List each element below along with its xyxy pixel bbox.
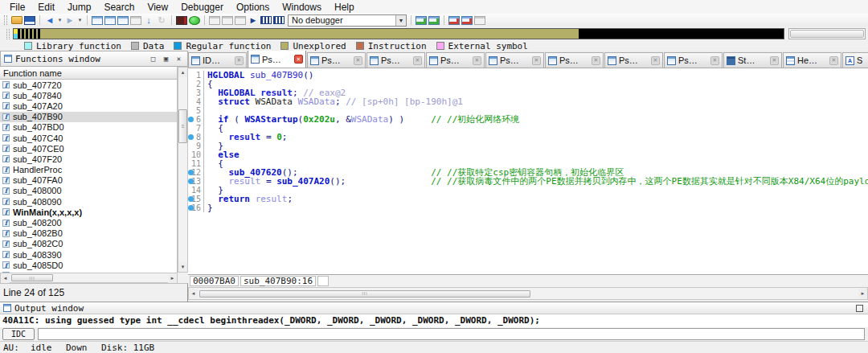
stop-process-icon[interactable] — [273, 16, 285, 24]
navband-track[interactable] — [13, 28, 784, 39]
pseudocode-hscroll-thumb[interactable]: III — [199, 290, 530, 298]
function-row[interactable]: fWinMain(x,x,x,x) — [0, 207, 177, 217]
run-until-return-icon[interactable] — [428, 16, 440, 25]
ida-view-icon[interactable] — [176, 16, 187, 25]
menu-item-file[interactable]: File — [3, 1, 31, 14]
function-row[interactable]: fsub_408200 — [0, 217, 177, 228]
function-row[interactable]: fsub_407BD0 — [0, 122, 177, 133]
analysis-status-icon[interactable] — [189, 16, 200, 25]
scroll-right-icon[interactable]: ► — [168, 273, 177, 283]
functions-hscroll-thumb[interactable]: III — [11, 274, 53, 281]
close-icon[interactable]: ✕ — [174, 54, 184, 64]
menu-item-view[interactable]: View — [141, 1, 174, 14]
debugger-window-icon[interactable] — [209, 16, 220, 25]
tab-close-icon[interactable]: ✕ — [592, 56, 600, 65]
tab-close-icon[interactable]: ✕ — [651, 56, 660, 65]
navband-drag-handle[interactable] — [6, 29, 10, 39]
float-window-icon[interactable]: ▣ — [161, 54, 171, 64]
tab-he[interactable]: He…✕ — [783, 52, 841, 68]
jump-function-icon[interactable] — [104, 16, 116, 25]
function-row[interactable]: fHandlerProc — [0, 165, 177, 175]
tab-close-icon[interactable]: ✕ — [710, 56, 719, 65]
function-row[interactable]: fsub_407B90 — [0, 112, 177, 122]
save-database-icon[interactable] — [24, 16, 35, 25]
function-row[interactable]: fsub_407A20 — [0, 101, 177, 111]
cli-input[interactable] — [38, 328, 865, 340]
tab-close-icon[interactable]: ✕ — [770, 56, 779, 65]
navigation-band[interactable] — [0, 27, 868, 41]
function-row[interactable]: fsub_407720 — [0, 80, 177, 90]
jump-address-icon[interactable]: ↓ — [143, 14, 154, 26]
navigate-forward-icon[interactable]: ► — [64, 14, 76, 26]
edit-breakpoint-icon[interactable] — [474, 16, 485, 25]
function-row[interactable]: fsub_407FA0 — [0, 175, 177, 186]
tab-id[interactable]: ID…✕ — [188, 52, 247, 68]
menu-item-edit[interactable]: Edit — [31, 1, 61, 14]
tab-close-icon[interactable]: ✕ — [532, 56, 541, 65]
tab-ps[interactable]: Ps…✕ — [485, 52, 544, 68]
tab-ps[interactable]: Ps…✕ — [366, 52, 425, 68]
menu-item-windows[interactable]: Windows — [276, 1, 328, 14]
menu-item-help[interactable]: Help — [328, 1, 361, 14]
scroll-right-icon[interactable]: ► — [858, 289, 867, 298]
functions-horizontal-scrollbar[interactable]: ◄ III ► — [0, 273, 178, 283]
scroll-up-icon[interactable]: ▲ — [178, 68, 187, 77]
menu-item-options[interactable]: Options — [230, 1, 276, 14]
refresh-icon[interactable]: ↻ — [156, 14, 167, 26]
jump-by-name-icon[interactable] — [92, 16, 103, 25]
jump-problem-icon[interactable] — [130, 16, 141, 25]
tab-close-icon[interactable]: ✕ — [354, 56, 362, 65]
step-over-icon[interactable] — [416, 16, 427, 25]
tab-st[interactable]: St…✕ — [723, 52, 782, 68]
scroll-down-icon[interactable]: ▼ — [178, 262, 187, 272]
breakpoint-list-icon[interactable] — [448, 16, 460, 25]
forward-history-icon[interactable]: ▼ — [77, 14, 83, 26]
function-row[interactable]: fsub_408000 — [0, 186, 177, 196]
function-row[interactable]: fsub_4085D0 — [0, 260, 177, 270]
function-row[interactable]: fsub_407F20 — [0, 154, 177, 164]
attach-process-icon[interactable] — [222, 16, 233, 25]
add-breakpoint-icon[interactable] — [461, 16, 473, 25]
functions-vertical-scrollbar[interactable]: ▲ ≡ ▼ — [178, 67, 188, 273]
tab-ps[interactable]: Ps…✕ — [248, 51, 306, 68]
idc-language-button[interactable]: IDC — [2, 328, 35, 340]
tab-ps[interactable]: Ps…✕ — [426, 52, 485, 68]
navband-scrollbar[interactable] — [788, 28, 866, 39]
maximize-icon[interactable]: □ — [148, 54, 158, 64]
function-row[interactable]: fsub_407CE0 — [0, 143, 177, 154]
tab-close-icon[interactable]: ✕ — [413, 56, 422, 65]
tab-close-icon[interactable]: ✕ — [294, 55, 303, 64]
pseudocode-view[interactable]: 1HGLOBAL sub_407B90()2{3 HGLOBAL result;… — [188, 68, 868, 274]
toolbar-drag-handle[interactable] — [4, 15, 7, 25]
start-process-icon[interactable]: ► — [248, 14, 259, 26]
functions-scroll-thumb[interactable]: ≡ — [178, 109, 187, 143]
menu-item-debugger[interactable]: Debugger — [174, 1, 230, 14]
pseudocode-horizontal-scrollbar[interactable]: ◄ III ► — [188, 287, 868, 300]
functions-window-titlebar[interactable]: Functions window □ ▣ ✕ — [0, 51, 188, 67]
navigate-back-icon[interactable]: ◄ — [44, 14, 55, 26]
tab-ps[interactable]: Ps…✕ — [307, 52, 366, 68]
chevron-down-icon[interactable]: ▼ — [395, 15, 406, 26]
menu-item-search[interactable]: Search — [97, 1, 141, 14]
function-row[interactable]: fsub_4082B0 — [0, 228, 177, 239]
tab-s[interactable]: AS✕ — [842, 52, 868, 68]
back-history-icon[interactable]: ▼ — [57, 14, 63, 26]
scroll-left-icon[interactable]: ◄ — [189, 289, 198, 298]
function-row[interactable]: fsub_408090 — [0, 196, 177, 207]
scroll-left-icon[interactable]: ◄ — [1, 273, 10, 283]
tab-ps[interactable]: Ps…✕ — [664, 52, 723, 68]
open-file-icon[interactable] — [11, 16, 23, 24]
menu-item-jump[interactable]: Jump — [61, 1, 97, 14]
navband-scroll-thumb[interactable] — [790, 30, 864, 38]
output-window-titlebar[interactable]: Output window — [0, 302, 868, 314]
tab-ps[interactable]: Ps…✕ — [604, 52, 663, 68]
function-row[interactable]: fsub_407C40 — [0, 133, 177, 143]
output-window-dock-icon[interactable] — [856, 305, 863, 312]
tab-close-icon[interactable]: ✕ — [473, 56, 481, 65]
tab-close-icon[interactable]: ✕ — [235, 56, 244, 65]
tab-close-icon[interactable]: ✕ — [829, 56, 838, 65]
function-row[interactable]: fsub_408390 — [0, 249, 177, 260]
jump-segment-icon[interactable] — [117, 16, 129, 25]
tab-ps[interactable]: Ps…✕ — [545, 52, 604, 68]
functions-column-header[interactable]: Function name — [0, 67, 178, 80]
